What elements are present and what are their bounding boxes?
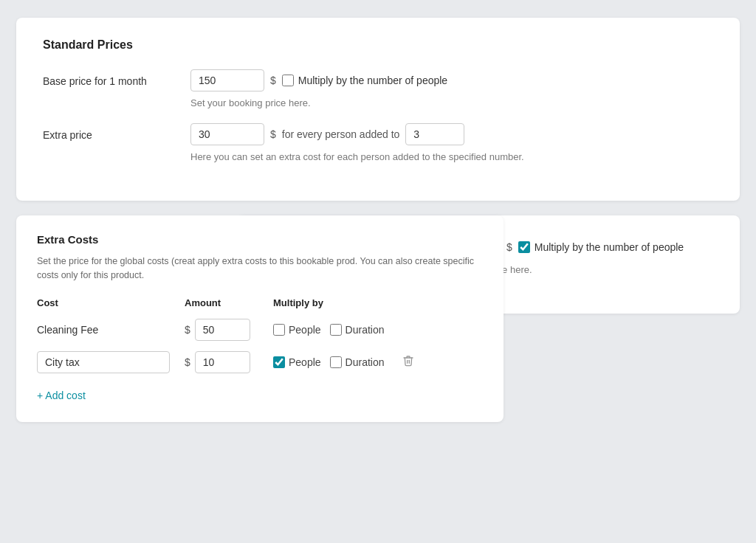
base-price-input[interactable] xyxy=(190,69,264,91)
citytax-multiply-options: People Duration xyxy=(273,352,483,373)
cleaning-fee-duration-option[interactable]: Duration xyxy=(330,324,385,336)
cleaning-fee-label: Cleaning Fee xyxy=(37,324,98,336)
col-header-multiply: Multiply by xyxy=(273,297,483,308)
citytax-people-option[interactable]: People xyxy=(273,356,321,368)
cleaning-fee-amount-input[interactable] xyxy=(195,319,250,341)
add-cost-button[interactable]: + Add cost xyxy=(37,390,86,401)
cleaning-fee-duration-checkbox[interactable] xyxy=(330,324,342,336)
col-header-cost: Cost xyxy=(37,297,185,308)
hourly-price-multiply-label[interactable]: Multiply by the number of people xyxy=(518,241,684,253)
base-price-multiply-checkbox[interactable] xyxy=(282,75,294,86)
cleaning-fee-currency: $ xyxy=(185,324,190,336)
citytax-currency: $ xyxy=(185,356,190,368)
citytax-people-checkbox[interactable] xyxy=(273,356,285,368)
standard-prices-title: Standard Prices xyxy=(43,38,713,52)
cleaning-fee-name: Cleaning Fee xyxy=(37,324,185,336)
hourly-price-multiply-checkbox[interactable] xyxy=(518,241,530,253)
extra-price-hint: Here you can set an extra cost for each … xyxy=(190,151,524,162)
cleaning-fee-multiply-options: People Duration xyxy=(273,324,483,336)
bottom-row-wrapper: Base price for 1 hour $ Multiply by the … xyxy=(16,215,740,525)
extra-price-controls: $ for every person added to Here you can… xyxy=(190,123,524,162)
extra-price-for-every-text: for every person added to xyxy=(282,128,400,140)
extra-costs-card: Extra Costs Set the price for the global… xyxy=(16,215,504,422)
citytax-people-label: People xyxy=(289,356,321,368)
extra-price-currency: $ xyxy=(270,128,276,140)
citytax-delete-button[interactable] xyxy=(399,352,417,373)
cleaning-fee-duration-label: Duration xyxy=(346,324,385,336)
extra-price-input[interactable] xyxy=(190,123,264,145)
base-price-currency: $ xyxy=(270,75,276,86)
standard-prices-card: Standard Prices Base price for 1 month $… xyxy=(16,18,740,201)
hourly-price-multiply-text: Multiply by the number of people xyxy=(535,241,684,253)
costs-table-header: Cost Amount Multiply by xyxy=(37,297,483,308)
delete-icon xyxy=(402,355,414,367)
citytax-duration-label: Duration xyxy=(346,356,385,368)
hourly-price-currency: $ xyxy=(506,241,512,253)
base-price-row: Base price for 1 month $ Multiply by the… xyxy=(43,69,713,108)
citytax-amount-input[interactable] xyxy=(195,351,250,373)
extra-price-person-input[interactable] xyxy=(405,123,464,145)
base-price-multiply-label[interactable]: Multiply by the number of people xyxy=(282,75,447,86)
citytax-duration-checkbox[interactable] xyxy=(330,356,342,368)
cleaning-fee-people-checkbox[interactable] xyxy=(273,324,285,336)
extra-costs-description: Set the price for the global costs (crea… xyxy=(37,255,483,283)
cleaning-fee-amount-group: $ xyxy=(185,319,273,341)
citytax-name-input[interactable] xyxy=(37,351,170,373)
citytax-name-col xyxy=(37,351,185,373)
cleaning-fee-people-label: People xyxy=(289,324,321,336)
page-container: Standard Prices Base price for 1 month $… xyxy=(16,18,740,525)
citytax-amount-group: $ xyxy=(185,351,273,373)
extra-price-row: Extra price $ for every person added to … xyxy=(43,123,713,162)
cost-row-cleaning: Cleaning Fee $ People Duration xyxy=(37,319,483,341)
cleaning-fee-people-option[interactable]: People xyxy=(273,324,321,336)
base-price-controls: $ Multiply by the number of people Set y… xyxy=(190,69,447,108)
base-price-multiply-text: Multiply by the number of people xyxy=(298,75,447,86)
extra-price-label: Extra price xyxy=(43,123,190,141)
extra-costs-title: Extra Costs xyxy=(37,233,483,246)
base-price-label: Base price for 1 month xyxy=(43,69,190,87)
base-price-hint: Set your booking price here. xyxy=(190,97,447,108)
cost-row-citytax: $ People Duration xyxy=(37,351,483,373)
extra-price-controls-row: $ for every person added to xyxy=(190,123,524,145)
col-header-amount: Amount xyxy=(185,297,273,308)
base-price-controls-row: $ Multiply by the number of people xyxy=(190,69,447,91)
citytax-duration-option[interactable]: Duration xyxy=(330,356,385,368)
